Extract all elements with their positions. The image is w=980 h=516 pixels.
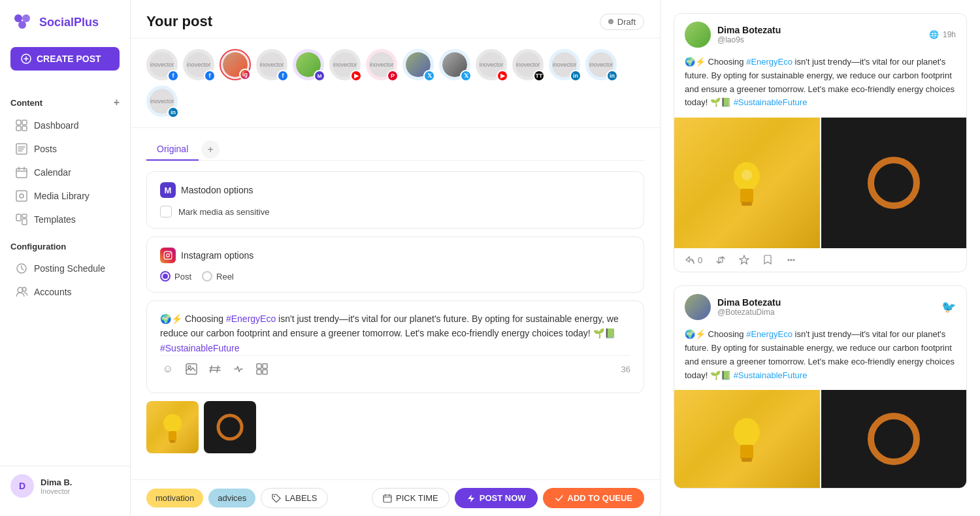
posting-schedule-icon (16, 263, 27, 274)
pick-time-button[interactable]: PICK TIME (372, 488, 449, 508)
variable-button[interactable] (231, 361, 246, 377)
radio-reel[interactable]: Reel (202, 271, 234, 282)
bookmark-icon (762, 255, 773, 265)
svg-point-31 (274, 496, 275, 497)
star-action[interactable] (739, 255, 749, 265)
calendar-icon (16, 167, 27, 178)
svg-point-2 (18, 21, 26, 29)
post-content-area[interactable]: 🌍⚡ Choosing #EnergyEco isn't just trendy… (146, 300, 644, 393)
bookmark-action[interactable] (762, 255, 773, 265)
pinterest-badge: P (387, 70, 399, 82)
advices-tag[interactable]: advices (208, 489, 255, 508)
tab-original[interactable]: Original (146, 138, 199, 161)
account-instagram[interactable]: ig (220, 49, 251, 80)
svg-rect-10 (16, 191, 27, 201)
motivation-tag[interactable]: motivation (146, 489, 203, 508)
svg-rect-5 (22, 120, 27, 125)
sidebar-item-posting-schedule[interactable]: Posting Schedule (5, 257, 125, 280)
svg-rect-32 (384, 495, 391, 502)
account-twitter-1[interactable]: 𝕏 (402, 49, 434, 80)
draft-badge: Draft (600, 14, 644, 30)
bottom-bar: motivation advices LABELS PICK TIME POST… (131, 479, 660, 516)
logo-area: SocialPlus (0, 10, 130, 47)
labels-icon (272, 494, 281, 503)
preview-hashtag2: #SustainableFuture (734, 97, 808, 107)
reply-action[interactable]: 0 (685, 255, 702, 265)
sidebar-item-media-library[interactable]: Media Library (5, 184, 125, 208)
radio-post[interactable]: Post (160, 271, 191, 282)
instagram-badge: ig (239, 69, 251, 80)
post-now-button[interactable]: POST NOW (455, 488, 538, 508)
image-thumb-2[interactable] (204, 401, 256, 453)
more-action[interactable] (786, 255, 796, 265)
linkedin-badge-1: in (570, 70, 581, 82)
lightning-icon (466, 494, 476, 503)
toolbar-icons: ☺ (160, 361, 270, 377)
add-tab-button[interactable]: + (201, 140, 220, 159)
account-facebook-1[interactable]: inovector f (146, 49, 178, 80)
instagram-options-header: Instagram options (160, 248, 630, 263)
image-thumb-1[interactable] (146, 401, 199, 453)
instagram-icon (163, 251, 172, 260)
account-linkedin-1[interactable]: inovector in (549, 49, 580, 80)
emoji-button[interactable]: ☺ (160, 361, 176, 377)
sidebar-item-dashboard[interactable]: Dashboard (5, 114, 125, 137)
image-button[interactable] (184, 361, 199, 377)
svg-rect-12 (16, 214, 21, 221)
mark-sensitive-row: Mark media as sensitive (160, 206, 630, 218)
instagram-options-title: Instagram options (181, 250, 253, 261)
accounts-icon (16, 286, 27, 298)
preview-mastodon: Dima Botezatu @lao9s 🌐 19h 🌍⚡ Choosing #… (674, 13, 967, 272)
mastodon-options-title: Mastodon options (181, 185, 253, 195)
account-linkedin-2[interactable]: inovector in (585, 49, 617, 80)
svg-point-44 (871, 416, 917, 462)
svg-rect-34 (740, 189, 753, 203)
account-youtube-2[interactable]: inovector ▶ (476, 49, 507, 80)
svg-point-39 (791, 259, 792, 261)
mastodon-badge: M (314, 70, 325, 82)
preview-twitter-hashtag1: #EnergyEco (746, 329, 792, 339)
account-twitter-2[interactable]: 𝕏 (439, 49, 470, 80)
tabs-row: Original + (146, 138, 644, 161)
add-to-queue-button[interactable]: ADD TO QUEUE (543, 488, 644, 508)
twitter-badge-2: 𝕏 (460, 70, 472, 82)
facebook-badge-2: f (204, 70, 216, 82)
content-area: Original + M Mastodon options Mark media… (131, 128, 660, 479)
tiktok-badge: TT (533, 70, 545, 82)
account-mastodon[interactable]: M (293, 49, 324, 80)
preview-hashtag1: #EnergyEco (746, 57, 792, 67)
account-linkedin-3[interactable]: inovector in (146, 86, 178, 117)
preview-img-circle (821, 118, 967, 248)
sidebar-item-calendar[interactable]: Calendar (5, 161, 125, 184)
sidebar-item-posts[interactable]: Posts (5, 137, 125, 161)
post-toolbar: ☺ (160, 355, 630, 382)
instagram-type-radio: Post Reel (160, 271, 630, 282)
svg-rect-14 (22, 219, 27, 225)
retweet-action[interactable] (715, 255, 726, 265)
layout-button[interactable] (254, 361, 270, 377)
mark-sensitive-checkbox[interactable] (160, 206, 172, 218)
accounts-row: inovector f inovector f ig inovector f M (131, 39, 660, 128)
create-post-button[interactable]: CREATE POST (10, 47, 120, 71)
logo-icon (10, 10, 34, 34)
twitter-badge-1: 𝕏 (423, 70, 435, 82)
sidebar-item-accounts[interactable]: Accounts (5, 280, 125, 304)
preview-twitter-user-info: Dima Botezatu @BotezatuDima (717, 297, 781, 317)
add-content-icon[interactable]: + (114, 97, 120, 108)
account-pinterest[interactable]: inovector P (366, 49, 397, 80)
account-facebook-2[interactable]: inovector f (183, 49, 214, 80)
labels-button[interactable]: LABELS (261, 488, 328, 508)
preview-twitter-user: Dima Botezatu @BotezatuDima (685, 294, 781, 320)
account-tiktok[interactable]: inovector TT (512, 49, 544, 80)
svg-rect-26 (263, 370, 267, 374)
preview-twitter-header: Dima Botezatu @BotezatuDima 🐦 (674, 286, 966, 328)
account-youtube-1[interactable]: inovector ▶ (329, 49, 361, 80)
sidebar-item-templates[interactable]: Templates (5, 208, 125, 231)
char-count: 36 (621, 364, 630, 374)
svg-point-11 (20, 194, 24, 198)
svg-rect-43 (742, 458, 752, 462)
account-facebook-3[interactable]: inovector f (256, 49, 287, 80)
hashtag-button[interactable] (207, 361, 223, 377)
main-panel: Your post Draft inovector f inovector f … (131, 0, 660, 516)
avatar: D (10, 474, 34, 498)
